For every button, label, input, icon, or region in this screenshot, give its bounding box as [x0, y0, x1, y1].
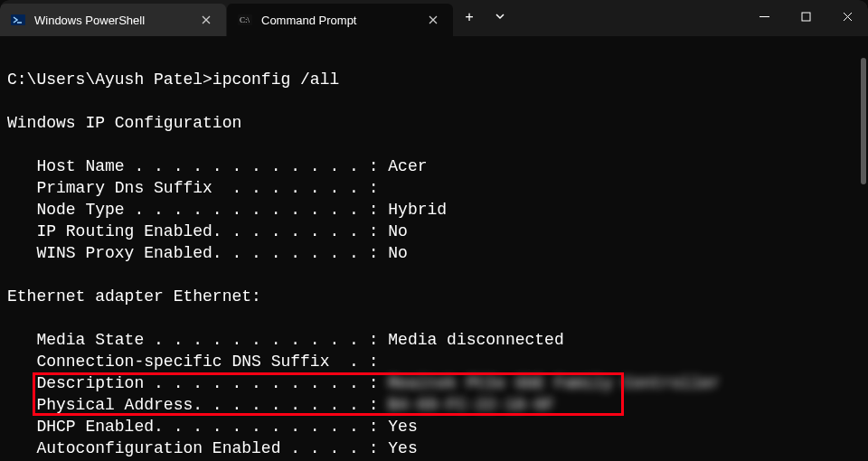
- titlebar: Windows PowerShell C:\ Command Prompt +: [0, 0, 868, 36]
- field-value: Media disconnected: [388, 331, 563, 349]
- close-icon: [843, 10, 853, 26]
- tab-dropdown-button[interactable]: [485, 3, 515, 33]
- field-value: No: [388, 222, 408, 240]
- tab-strip: Windows PowerShell C:\ Command Prompt: [0, 0, 454, 36]
- minimize-button[interactable]: [743, 0, 785, 36]
- field-value: Yes: [388, 439, 417, 457]
- tab-label: Command Prompt: [261, 14, 424, 27]
- field-label: WINS Proxy Enabled. . . . . . . . :: [7, 244, 388, 262]
- section-heading: Windows IP Configuration: [7, 114, 241, 132]
- tab-command-prompt[interactable]: C:\ Command Prompt: [227, 4, 453, 36]
- new-tab-button[interactable]: +: [454, 3, 485, 33]
- tab-powershell[interactable]: Windows PowerShell: [0, 4, 226, 36]
- prompt: C:\Users\Ayush Patel>: [7, 71, 212, 89]
- close-icon[interactable]: [197, 11, 215, 29]
- scrollbar-thumb[interactable]: [861, 58, 866, 184]
- window-controls: [743, 0, 868, 36]
- plus-icon: +: [465, 10, 474, 26]
- cmd-icon: C:\: [238, 13, 252, 27]
- section-heading: Ethernet adapter Ethernet:: [7, 287, 261, 306]
- field-label: DHCP Enabled. . . . . . . . . . . :: [7, 418, 388, 436]
- field-value-redacted: B4-69-FC-22-18-6F: [388, 394, 554, 416]
- field-label: Connection-specific DNS Suffix . :: [7, 353, 378, 371]
- command-text: ipconfig /all: [212, 71, 339, 89]
- terminal-output[interactable]: C:\Users\Ayush Patel>ipconfig /all Windo…: [0, 36, 868, 461]
- svg-text:C:\: C:\: [240, 15, 250, 24]
- maximize-button[interactable]: [785, 0, 826, 36]
- field-value: Hybrid: [388, 201, 447, 219]
- field-label: Host Name . . . . . . . . . . . . :: [7, 157, 388, 175]
- field-label: Description . . . . . . . . . . . :: [7, 374, 388, 392]
- field-label: Node Type . . . . . . . . . . . . :: [7, 201, 388, 219]
- tab-label: Windows PowerShell: [34, 14, 197, 27]
- maximize-icon: [801, 10, 811, 26]
- field-label: IP Routing Enabled. . . . . . . . :: [7, 222, 388, 240]
- field-label: Primary Dns Suffix . . . . . . . :: [7, 179, 378, 197]
- powershell-icon: [11, 13, 25, 27]
- field-label: Autoconfiguration Enabled . . . . :: [7, 439, 388, 457]
- minimize-icon: [760, 10, 769, 26]
- field-value: No: [388, 244, 408, 262]
- field-label: Physical Address. . . . . . . . . :: [7, 396, 388, 414]
- field-value: Yes: [388, 418, 417, 436]
- field-value: Acer: [388, 157, 427, 175]
- svg-rect-9: [802, 13, 810, 21]
- chevron-down-icon: [495, 10, 505, 26]
- close-icon[interactable]: [424, 11, 442, 29]
- field-value-redacted: Realtek PCIe GbE Family Controller: [388, 372, 720, 394]
- close-window-button[interactable]: [826, 0, 868, 36]
- field-label: Media State . . . . . . . . . . . :: [7, 331, 388, 349]
